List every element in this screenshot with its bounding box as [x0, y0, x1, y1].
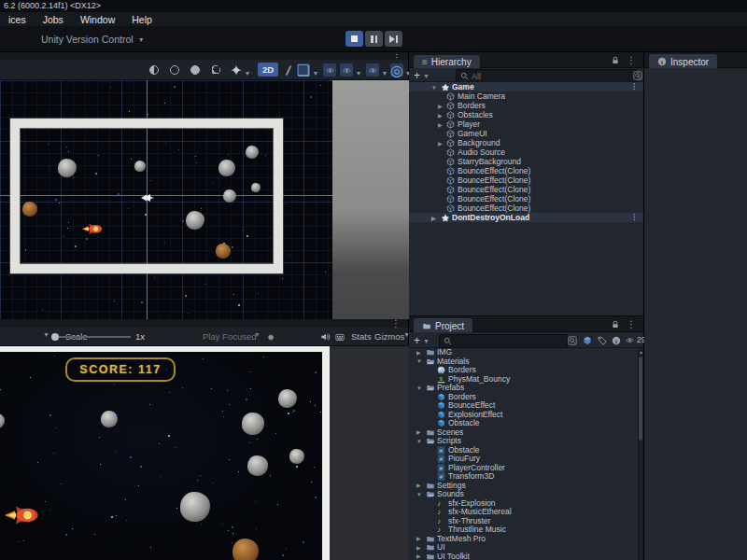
add-asset-button[interactable]: +▼	[414, 334, 430, 347]
capture-icon[interactable]	[333, 330, 346, 343]
row-kebab-icon[interactable]: ⋮	[630, 213, 638, 222]
project-row[interactable]: #PiouFury	[409, 455, 643, 464]
project-row[interactable]: ▶UI Toolkit	[409, 553, 643, 560]
scrollbar-up-arrow-icon[interactable]: ▲	[639, 349, 643, 355]
scene-icon	[441, 214, 450, 225]
hierarchy-row[interactable]: BounceEffect(Clone)	[409, 185, 643, 194]
project-row[interactable]: ▼Scripts	[409, 437, 643, 446]
project-row[interactable]: ♪sfx-MusicEthereal	[409, 508, 643, 517]
search-picker-icon[interactable]	[633, 71, 642, 80]
hidden-count-toggle[interactable]: 29	[625, 335, 645, 344]
menu-item-jobs[interactable]: Jobs	[35, 14, 72, 25]
mute-audio-speaker-icon[interactable]	[318, 330, 331, 343]
play-button[interactable]	[345, 31, 363, 47]
overlay-layers-icon[interactable]: ❏	[297, 63, 310, 77]
pause-button[interactable]	[365, 31, 383, 47]
project-row[interactable]: ExplosionEffect	[409, 411, 643, 420]
expand-arrow-icon[interactable]: ▶	[438, 120, 443, 130]
tab-inspector[interactable]: i Inspector	[649, 54, 717, 69]
camera-dropdown-icon[interactable]	[366, 63, 379, 77]
menu-item-window[interactable]: Window	[72, 14, 123, 25]
search-picker-icon[interactable]	[568, 336, 577, 345]
project-row[interactable]: #Obstacle	[409, 446, 643, 455]
hierarchy-search-input[interactable]	[472, 72, 632, 81]
hierarchy-row[interactable]: ▶Obstacles	[409, 110, 643, 119]
scene-out-of-view-strip	[332, 80, 409, 319]
project-search-input[interactable]	[455, 337, 563, 346]
label-tag-icon[interactable]	[598, 336, 607, 345]
project-kebab-icon[interactable]: ⋮	[627, 320, 636, 329]
mute-slash-icon[interactable]	[282, 63, 295, 77]
chevron-down-icon[interactable]: ▼	[378, 66, 391, 79]
expand-arrow-icon[interactable]: ▶	[416, 553, 421, 560]
gizmos-button[interactable]: Gizmos	[374, 331, 404, 342]
2d-mode-toggle[interactable]: 2D	[258, 63, 278, 77]
project-row[interactable]: #PlayerController	[409, 464, 643, 473]
project-row[interactable]: ♪sfx-Explosion	[409, 499, 643, 509]
project-row[interactable]: Borders	[409, 393, 643, 402]
display-dropdown-chevron-icon[interactable]: ▼	[43, 331, 49, 338]
info-icon[interactable]: i	[612, 336, 621, 345]
chevron-down-icon[interactable]: ▼	[309, 66, 322, 79]
scene-viewport[interactable]	[0, 80, 409, 319]
chevron-down-icon[interactable]: ▼	[352, 66, 365, 79]
expand-arrow-icon[interactable]: ▶	[438, 111, 443, 120]
project-row[interactable]: ▼Prefabs	[409, 384, 643, 393]
hierarchy-row[interactable]: ▶Borders	[409, 101, 643, 110]
tab-project[interactable]: Project	[414, 318, 472, 333]
hierarchy-search[interactable]	[456, 69, 637, 83]
project-row[interactable]: ▼Sounds	[409, 490, 643, 499]
eye-icon	[625, 336, 635, 344]
hierarchy-scene-header[interactable]: ▶DontDestroyOnLoad⋮	[409, 213, 643, 222]
menu-item-ices[interactable]: ices	[0, 14, 35, 25]
bug-icon[interactable]: ✹	[264, 330, 277, 343]
scale-value: 1x	[135, 331, 145, 342]
stats-button[interactable]: Stats	[351, 331, 372, 342]
asset-label: UI Toolkit	[437, 553, 470, 560]
audio-toggle-icon[interactable]	[189, 63, 202, 77]
hierarchy-row[interactable]: BounceEffect(Clone)	[409, 203, 643, 213]
step-button[interactable]	[385, 31, 402, 47]
scene-visibility2-eye-icon[interactable]	[340, 63, 353, 77]
hierarchy-row[interactable]: StarryBackground	[409, 157, 643, 166]
chevron-down-icon: ▼	[138, 36, 145, 43]
lock-icon[interactable]	[611, 56, 620, 65]
shading-mode-icon[interactable]	[148, 63, 161, 77]
hierarchy-row[interactable]: ▶Player	[409, 119, 643, 129]
add-object-button[interactable]: +▼	[414, 69, 430, 82]
expand-arrow-icon[interactable]: ▼	[431, 83, 437, 92]
expand-arrow-icon[interactable]: ▶	[438, 139, 443, 148]
menu-item-help[interactable]: Help	[123, 14, 161, 25]
version-control-dropdown[interactable]: Unity Version Control ▼	[41, 32, 145, 47]
hierarchy-row[interactable]: BounceEffect(Clone)	[409, 175, 643, 185]
asteroid	[289, 449, 304, 464]
hierarchy-row[interactable]: BounceEffect(Clone)	[409, 166, 643, 175]
expand-arrow-icon[interactable]: ▶	[431, 214, 436, 223]
hierarchy-row[interactable]: GameUI	[409, 129, 643, 138]
project-search[interactable]	[439, 334, 568, 348]
hierarchy-row[interactable]: Main Camera	[409, 91, 643, 101]
hierarchy-kebab-icon[interactable]: ⋮	[627, 56, 636, 65]
hierarchy-scene-header[interactable]: ▼Game⋮	[409, 82, 643, 91]
lighting-toggle-icon[interactable]	[168, 63, 181, 77]
project-scrollbar-thumb[interactable]	[639, 357, 642, 441]
lock-icon[interactable]	[611, 320, 620, 329]
project-row[interactable]: ♪sfx-Thruster	[409, 517, 643, 526]
chevron-down-icon[interactable]: ▼	[254, 331, 261, 338]
scene-visibility-eye-icon[interactable]	[323, 63, 336, 77]
project-row[interactable]: BounceEffect	[409, 401, 643, 411]
hierarchy-row[interactable]: ▶Background	[409, 138, 643, 147]
skybox-toggle-icon[interactable]	[209, 63, 222, 77]
game-viewport[interactable]: SCORE: 117	[0, 346, 409, 560]
chevron-down-icon[interactable]: ▼	[241, 66, 254, 79]
project-row[interactable]: Borders	[409, 366, 643, 375]
scale-slider-track[interactable]	[54, 336, 131, 338]
project-row[interactable]: ▼Materials	[409, 357, 643, 367]
scale-slider-knob[interactable]	[51, 333, 59, 341]
hierarchy-row[interactable]: BounceEffect(Clone)	[409, 194, 643, 203]
play-focused-dropdown[interactable]: Play Focused	[203, 331, 257, 342]
import-package-icon[interactable]	[583, 336, 592, 345]
row-kebab-icon[interactable]: ⋮	[630, 82, 638, 91]
hierarchy-row[interactable]: Audio Source	[409, 147, 643, 157]
expand-arrow-icon[interactable]: ▶	[438, 102, 443, 111]
